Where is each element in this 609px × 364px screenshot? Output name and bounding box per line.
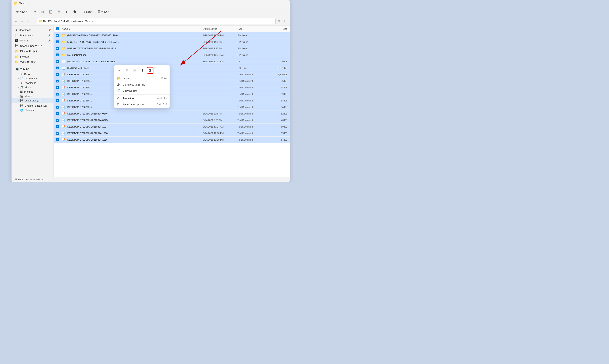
address-dropdown-button[interactable]: ∨ xyxy=(276,18,282,24)
table-row[interactable]: 📝DESKTOP-O722S6U-20210824-1027 8/24/2021… xyxy=(54,124,290,130)
forward-button[interactable]: → xyxy=(20,19,25,24)
sidebar-item-thispc-documents[interactable]: › 📄 Documents xyxy=(12,76,53,81)
row-checkbox[interactable] xyxy=(56,66,59,69)
ctx-item-open[interactable]: 📂 Open Enter xyxy=(114,75,169,81)
up-button[interactable]: ↑ xyxy=(32,19,36,24)
rename-button[interactable]: ✎ xyxy=(55,9,63,15)
table-row[interactable]: 📁{B345ED26-F1BA-4DB1-8693-35D469F71786} … xyxy=(54,32,290,39)
path-sep-2: › xyxy=(71,20,72,23)
sidebar-item-channel-shaza-sub[interactable]: › 💾 Channel Shaza (D:) xyxy=(12,104,53,108)
paste-button[interactable]: 📋 xyxy=(46,9,55,15)
sidebar-item-localdisk[interactable]: › 💾 Local Disk (C:) xyxy=(12,98,53,103)
ctx-copy-button[interactable]: ⧉ xyxy=(124,67,130,74)
recent-button[interactable]: ∨ xyxy=(26,18,31,24)
row-checkbox[interactable] xyxy=(56,132,59,135)
cut-button[interactable]: ✂ xyxy=(31,9,39,15)
txt-file-icon: 📝 xyxy=(62,131,65,135)
table-row[interactable]: 📁MPENG_7A791663-D985-478B-BFC2-68F33... … xyxy=(54,45,290,52)
ctx-delete-button[interactable]: 🗑 xyxy=(147,67,154,74)
ctx-paste-button[interactable]: 📋 xyxy=(131,67,138,74)
row-checkbox[interactable] xyxy=(56,53,59,56)
table-row[interactable]: 📝DESKTOP-O722S6U-2 Text Document 55 KB xyxy=(54,78,290,84)
sidebar-item-thispc-pictures[interactable]: › 🖼 Pictures xyxy=(12,90,53,94)
sidebar-item-pixellab[interactable]: 📁 pixelLab xyxy=(12,54,53,59)
table-row[interactable]: 📝DESKTOP-O722S6U-20210824-0846 8/24/2021… xyxy=(54,110,290,117)
table-row[interactable]: 📝DESKTOP-O722S6U-20210824-1215 8/24/2021… xyxy=(54,137,290,143)
ctx-cut-button[interactable]: ✂ xyxy=(116,67,123,74)
table-row[interactable]: 📝DESKTOP-O722S6U-2 Text Document 54 KB xyxy=(54,84,290,91)
channel-sub-label: Channel Shaza (D:) xyxy=(25,104,47,107)
table-row[interactable]: 📝DESKTOP-O722S6U-2 Text Document 54 KB xyxy=(54,104,290,110)
sidebar-item-thispc-downloads[interactable]: › ⬇ Downloads xyxy=(12,81,53,85)
share-button[interactable]: ⬆ xyxy=(63,9,70,15)
copy-icon: ⧉ xyxy=(41,10,44,14)
sort-label: Sort xyxy=(86,10,91,13)
sidebar-item-desktop[interactable]: › 🖥 Desktop xyxy=(12,72,53,76)
view-chevron-icon: ▾ xyxy=(108,11,109,13)
row-checkbox[interactable] xyxy=(56,138,59,141)
ctx-item-copy-path[interactable]: 📋 Copy as path xyxy=(114,88,169,94)
ctx-item-zip[interactable]: 🗜 Compress to ZIP file xyxy=(114,81,169,88)
col-type[interactable]: Type xyxy=(237,28,268,30)
pixellab-folder-icon: 📁 xyxy=(15,55,19,58)
refresh-button[interactable]: ↻ xyxy=(283,18,288,24)
sidebar-item-videos[interactable]: › 🎬 Videos xyxy=(12,94,53,98)
row-checkbox[interactable] xyxy=(56,119,59,122)
view-button[interactable]: ☰ View ▾ xyxy=(95,9,111,15)
table-row[interactable]: 📁MsEdgeCrashpad 8/29/2021 12:34 AM File … xyxy=(54,52,290,58)
sidebar-item-pictures[interactable]: 🖼 Pictures 📌 xyxy=(12,38,53,43)
row-checkbox[interactable] xyxy=(56,86,59,89)
file-name: DESKTOP-O722S6U-2 xyxy=(67,86,92,89)
table-row[interactable]: 📝DESKTOP-O722S6U-20210824-1210 8/24/2021… xyxy=(54,130,290,137)
table-row[interactable]: 📃{D9102104-0367-48B7-A1E1-392524FDB8A...… xyxy=(54,58,290,65)
sidebar-item-downloads[interactable]: ⬇ Downloads 📌 xyxy=(12,27,53,33)
row-checkbox[interactable] xyxy=(56,47,59,50)
row-checkbox[interactable] xyxy=(56,40,59,43)
sidebar-item-network[interactable]: › 🌐 Network xyxy=(12,108,53,112)
table-row[interactable]: 📝DESKTOP-O722S6U-2 Text Document 1,116 K… xyxy=(54,71,290,78)
ctx-item-more-options[interactable]: ⊡ Show more options Shift+F10 xyxy=(114,101,169,107)
sidebar-item-documents[interactable]: 📄 Documents 📌 xyxy=(12,33,53,38)
row-checkbox[interactable] xyxy=(56,99,59,102)
sidebar-item-music[interactable]: › 🎵 Music xyxy=(12,85,53,90)
back-button[interactable]: ← xyxy=(13,19,19,24)
ctx-item-properties[interactable]: ⚙ Properties Alt+Enter xyxy=(114,95,169,101)
row-checkbox[interactable] xyxy=(56,125,59,128)
file-type: TMP File xyxy=(237,67,268,69)
file-name: DESKTOP-O722S6U-20210824-0846 xyxy=(67,112,108,115)
col-date[interactable]: Date modified xyxy=(203,28,237,30)
table-row[interactable]: 📁52C01E37-26D8-4CCF-B005-E43F2B4EE57A...… xyxy=(54,39,290,45)
ctx-share-button[interactable]: ⬆ xyxy=(139,67,146,74)
select-all-checkbox[interactable] xyxy=(56,27,59,30)
col-size[interactable]: Size xyxy=(268,28,287,30)
thispc-chevron-icon: ▾ xyxy=(13,68,14,70)
row-checkbox[interactable] xyxy=(56,60,59,63)
sidebar-item-channel-shaza[interactable]: 💾 Channel Shaza (D:) xyxy=(12,43,53,49)
header-check[interactable] xyxy=(56,27,62,30)
table-row[interactable]: 📃8578cbcf-7400-4e60- TMP File 3,651 KB xyxy=(54,65,290,71)
sidebar-item-videosd[interactable]: 📁 Video Sd Card xyxy=(12,59,53,65)
txt-file-icon: 📝 xyxy=(62,99,65,103)
sidebar-item-filmora[interactable]: 📁 Filmora Project xyxy=(12,49,53,54)
row-checkbox[interactable] xyxy=(56,79,59,82)
sort-button[interactable]: ↕ Sort ▾ xyxy=(81,9,95,15)
localdisk-icon: 💾 xyxy=(20,99,23,102)
file-type: Text Document xyxy=(237,132,268,135)
row-checkbox[interactable] xyxy=(56,112,59,115)
ctx-properties-icon: ⚙ xyxy=(117,96,120,100)
table-row[interactable]: 📝DESKTOP-O722S6U-2 Text Document 59 KB xyxy=(54,91,290,97)
more-button[interactable]: ··· xyxy=(111,9,119,15)
delete-button[interactable]: 🗑 xyxy=(71,9,79,15)
row-checkbox[interactable] xyxy=(56,93,59,95)
new-button[interactable]: ⊕ New ▾ xyxy=(14,9,29,15)
table-row[interactable]: 📝DESKTOP-O722S6U-2 Text Document 54 KB xyxy=(54,97,290,104)
row-checkbox[interactable] xyxy=(56,34,59,37)
row-checkbox[interactable] xyxy=(56,106,59,109)
channel-sub-icon: 💾 xyxy=(20,104,23,107)
row-checkbox[interactable] xyxy=(56,73,59,76)
thispc-group-header[interactable]: ▾ 💻 This PC xyxy=(12,66,53,72)
table-row[interactable]: 📝DESKTOP-O722S6U-20210824-0925 8/24/2021… xyxy=(54,117,290,124)
copy-button[interactable]: ⧉ xyxy=(39,9,46,15)
col-name[interactable]: Name ▲ xyxy=(62,28,203,30)
address-path[interactable]: 📁 This PC › Local Disk (C:) › Windows › … xyxy=(37,18,276,24)
